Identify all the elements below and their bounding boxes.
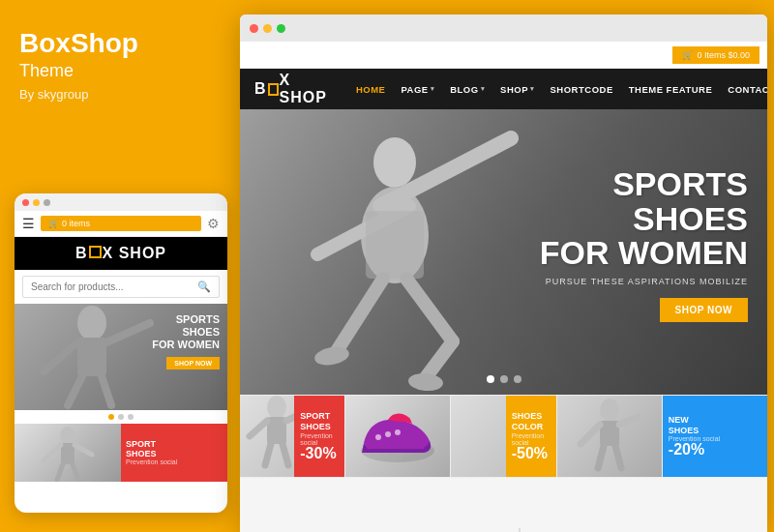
svg-line-37 <box>615 446 621 468</box>
nav-page-label: PAGE <box>401 84 428 95</box>
mobile-logo-bar: BX SHOP <box>15 237 227 270</box>
shop-logo: BX SHOP <box>254 72 329 106</box>
divider <box>519 528 521 532</box>
svg-line-10 <box>57 464 63 480</box>
hero-cta-button[interactable]: SHOP NOW <box>660 298 748 322</box>
svg-point-12 <box>373 137 416 188</box>
product-card-4-figure <box>557 396 662 477</box>
cart-label-top: 0 Items $0.00 <box>697 50 750 60</box>
product-card-5[interactable]: NEW SHOES Prevention social -20% <box>663 396 767 477</box>
mobile-promo-strip: SPORT SHOES Prevention social <box>15 424 227 482</box>
browser-maximize-dot[interactable] <box>277 24 285 33</box>
svg-point-0 <box>77 306 106 340</box>
svg-line-34 <box>580 425 600 444</box>
left-panel: BoxShop Theme By skygroup ☰ 🛒 0 items ⚙ … <box>0 0 240 532</box>
svg-line-36 <box>598 446 604 468</box>
mobile-promo-figure <box>15 424 121 482</box>
slider-dot-1[interactable] <box>487 375 494 383</box>
hero-section: SPORTS SHOES FOR WOMEN PURSUE THESE ASPI… <box>240 109 767 395</box>
mobile-search-bar[interactable]: 🔍 <box>22 276 220 298</box>
nav-blog[interactable]: BLOG ▾ <box>442 84 492 95</box>
mobile-dot-3 <box>128 414 134 420</box>
svg-point-29 <box>375 434 381 440</box>
product-strip: SPORT SHOES Prevention social -30% <box>240 395 767 477</box>
brand-title: BoxShop <box>19 29 221 59</box>
nav-page-arrow: ▾ <box>431 85 435 93</box>
browser-chrome <box>240 15 767 42</box>
mobile-dot-yellow <box>33 199 40 206</box>
product-card-3-overlay: SHOES COLOR Prevention social -50% <box>506 396 556 477</box>
nav-theme-feature[interactable]: THEME FEATURE <box>621 84 721 95</box>
cart-button[interactable]: 🛒 0 Items $0.00 <box>672 46 759 64</box>
mobile-promo-image <box>15 424 121 482</box>
svg-line-9 <box>74 445 92 455</box>
product-card-3[interactable]: SHOES COLOR Prevention social -50% <box>451 396 556 477</box>
mobile-hero-area: SPORTS SHOES FOR WOMEN SHOP NOW <box>15 304 227 410</box>
svg-point-20 <box>407 371 443 392</box>
shop-navigation: BX SHOP HOME PAGE ▾ BLOG ▾ SHOP ▾ SHORTC… <box>240 69 767 109</box>
mobile-dot-gray <box>44 199 50 206</box>
nav-shortcode[interactable]: SHORTCODE <box>543 84 621 95</box>
mobile-cart-label: 0 items <box>62 219 90 228</box>
nav-theme-feature-label: THEME FEATURE <box>629 84 713 95</box>
slider-dot-3[interactable] <box>514 375 521 383</box>
mobile-slider-dots <box>15 410 227 424</box>
product-card-2[interactable] <box>345 396 451 477</box>
svg-line-16 <box>337 279 383 351</box>
product-1-label1: SPORT <box>300 411 339 422</box>
hero-subtext: PURSUE THESE ASPIRATIONS MOBILIZE <box>540 277 748 286</box>
browser-minimize-dot[interactable] <box>263 24 272 33</box>
logo-box <box>268 83 279 96</box>
mobile-search-input[interactable] <box>31 281 197 292</box>
hero-slider-dots <box>487 375 521 383</box>
search-icon[interactable]: 🔍 <box>197 281 211 293</box>
svg-point-31 <box>395 429 401 435</box>
mobile-hero-line3: FOR WOMEN <box>152 339 220 351</box>
nav-shop[interactable]: SHOP ▾ <box>492 84 542 95</box>
nav-shop-arrow: ▾ <box>530 85 535 93</box>
nav-page[interactable]: PAGE ▾ <box>393 84 442 95</box>
nav-home[interactable]: HOME <box>348 84 394 95</box>
slider-dot-2[interactable] <box>500 375 508 383</box>
svg-line-24 <box>250 421 267 436</box>
product-1-label2: SHOES <box>300 422 339 432</box>
browser-close-dot[interactable] <box>250 24 258 33</box>
promo-sub: Prevention social <box>126 458 223 465</box>
mobile-dots-bar <box>15 193 227 211</box>
product-5-label1: NEW <box>669 415 761 426</box>
product-3-discount: -50% <box>512 446 551 461</box>
browser-mockup: 🛒 0 Items $0.00 BX SHOP HOME PAGE ▾ BLOG… <box>240 15 767 532</box>
hero-text-block: SPORTS SHOES FOR WOMEN PURSUE THESE ASPI… <box>540 167 748 322</box>
svg-point-32 <box>600 399 619 422</box>
mobile-top-bar: ☰ 🛒 0 items ⚙ <box>15 211 227 237</box>
mobile-hero-cta[interactable]: SHOP NOW <box>166 357 220 369</box>
mobile-promo-info: SPORT SHOES Prevention social <box>121 424 227 482</box>
nav-contact[interactable]: CONTACT US <box>720 84 767 95</box>
product-card-1[interactable]: SPORT SHOES Prevention social -30% <box>240 396 345 477</box>
logo-box-icon <box>89 246 102 258</box>
svg-line-8 <box>44 445 61 460</box>
nav-shortcode-label: SHORTCODE <box>551 84 613 95</box>
product-5-label2: SHOES <box>669 426 761 436</box>
product-1-discount: -30% <box>300 446 339 461</box>
brand-by: By skygroup <box>19 87 221 102</box>
mobile-cart-btn[interactable]: 🛒 0 items <box>41 216 201 231</box>
settings-icon[interactable]: ⚙ <box>207 216 220 231</box>
svg-point-30 <box>385 431 391 437</box>
mobile-dot-1 <box>108 414 114 420</box>
mobile-dot-2 <box>118 414 124 420</box>
nav-shop-label: SHOP <box>500 84 528 95</box>
svg-line-3 <box>106 323 150 342</box>
product-card-4-img[interactable] <box>557 396 663 477</box>
product-card-1-overlay: SPORT SHOES Prevention social -30% <box>294 396 344 477</box>
hero-line2: SHOES <box>540 202 748 237</box>
svg-point-22 <box>267 396 286 419</box>
mobile-hero-line2: SHOES <box>152 326 220 339</box>
mobile-dot-red <box>22 199 29 206</box>
hero-line1: SPORTS <box>540 167 748 202</box>
mobile-hero-text: SPORTS SHOES FOR WOMEN SHOP NOW <box>152 313 220 369</box>
product-3-label1: SHOES <box>512 411 551 422</box>
cart-icon: 🛒 <box>48 219 59 228</box>
svg-rect-1 <box>77 338 106 376</box>
hamburger-icon[interactable]: ☰ <box>22 216 35 231</box>
